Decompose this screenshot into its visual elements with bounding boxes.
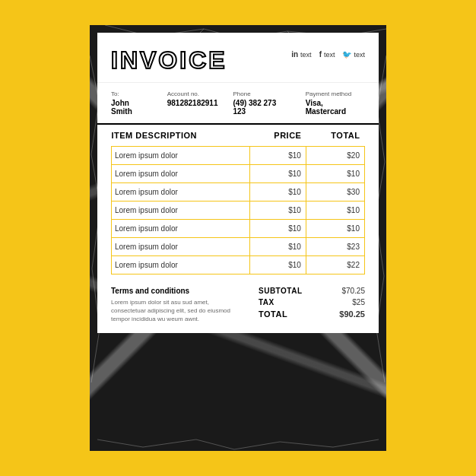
row-total: $10 xyxy=(306,165,364,183)
row-price: $10 xyxy=(250,183,306,202)
total-label: TOTAL xyxy=(259,309,287,319)
billing-info: To: John Smith Account no. 981282182911 … xyxy=(97,83,379,125)
row-total: $20 xyxy=(306,147,364,165)
row-price: $10 xyxy=(250,220,306,238)
billing-payment: Payment method Visa, Mastercard xyxy=(306,90,365,116)
tax-value: $25 xyxy=(352,298,365,306)
svg-line-13 xyxy=(280,442,333,447)
billing-to: To: John Smith xyxy=(111,90,152,116)
row-description: Lorem ipsum dolor xyxy=(112,147,250,165)
account-label: Account no. xyxy=(167,90,218,97)
total-value: $90.25 xyxy=(339,309,365,319)
row-price: $10 xyxy=(250,147,306,165)
table-header-row: ITEM DESCRIPTION PRICE TOTAL xyxy=(112,125,365,147)
phone-label: Phone xyxy=(233,90,290,97)
billing-phone: Phone (49) 382 273 123 xyxy=(233,90,290,116)
terms-text: Lorem ipsum dolor sit asu sud amet, cons… xyxy=(111,298,233,324)
row-total: $10 xyxy=(306,202,364,220)
col-price: PRICE xyxy=(250,125,306,147)
payment-label: Payment method xyxy=(306,90,365,97)
table-row: Lorem ipsum dolor $10 $23 xyxy=(112,238,365,256)
svg-line-9 xyxy=(97,440,143,447)
subtotal-row: SUBTOTAL $70.25 xyxy=(259,287,365,295)
phone-value: (49) 382 273 123 xyxy=(233,99,290,116)
items-table: ITEM DESCRIPTION PRICE TOTAL Lorem ipsum… xyxy=(111,125,365,274)
table-row: Lorem ipsum dolor $10 $22 xyxy=(112,256,365,274)
row-description: Lorem ipsum dolor xyxy=(112,202,250,220)
svg-line-26 xyxy=(376,329,385,382)
table-row: Lorem ipsum dolor $10 $20 xyxy=(112,147,365,165)
row-description: Lorem ipsum dolor xyxy=(112,238,250,256)
account-value: 981282182911 xyxy=(167,99,218,107)
svg-line-12 xyxy=(234,442,280,449)
linkedin-label: text xyxy=(300,51,312,59)
row-description: Lorem ipsum dolor xyxy=(112,183,250,202)
row-description: Lorem ipsum dolor xyxy=(112,256,250,274)
grand-total-row: TOTAL $90.25 xyxy=(259,309,365,319)
tax-label: TAX xyxy=(259,298,274,306)
row-price: $10 xyxy=(250,238,306,256)
payment-value: Visa, Mastercard xyxy=(306,99,365,116)
totals-section: SUBTOTAL $70.25 TAX $25 TOTAL $90.25 xyxy=(259,287,365,319)
terms-section: Terms and conditions Lorem ipsum dolor s… xyxy=(111,287,233,324)
tax-row: TAX $25 xyxy=(259,298,365,306)
subtotal-value: $70.25 xyxy=(341,287,365,295)
svg-line-20 xyxy=(91,329,100,382)
table-row: Lorem ipsum dolor $10 $30 xyxy=(112,183,365,202)
linkedin-link[interactable]: in text xyxy=(291,50,311,59)
invoice-paper: INVOICE in text f text 🐦 text To: xyxy=(97,33,379,333)
twitter-link[interactable]: 🐦 text xyxy=(342,50,365,59)
col-total: TOTAL xyxy=(306,125,364,147)
footer-section: Terms and conditions Lorem ipsum dolor s… xyxy=(97,278,379,333)
svg-line-10 xyxy=(143,440,196,447)
twitter-label: text xyxy=(354,51,365,59)
row-price: $10 xyxy=(250,165,306,183)
table-row: Lorem ipsum dolor $10 $10 xyxy=(112,165,365,183)
col-description: ITEM DESCRIPTION xyxy=(112,125,250,147)
svg-line-11 xyxy=(196,440,234,449)
facebook-link[interactable]: f text xyxy=(319,50,335,59)
billing-account: Account no. 981282182911 xyxy=(167,90,218,116)
row-description: Lorem ipsum dolor xyxy=(112,165,250,183)
row-total: $22 xyxy=(306,256,364,274)
svg-line-14 xyxy=(333,440,379,447)
facebook-label: text xyxy=(324,51,335,59)
invoice-title: INVOICE xyxy=(111,46,227,75)
row-total: $23 xyxy=(306,238,364,256)
row-total: $10 xyxy=(306,220,364,238)
items-table-container: ITEM DESCRIPTION PRICE TOTAL Lorem ipsum… xyxy=(97,125,379,274)
row-description: Lorem ipsum dolor xyxy=(112,220,250,238)
subtotal-label: SUBTOTAL xyxy=(259,287,303,295)
invoice-header: INVOICE in text f text 🐦 text xyxy=(97,33,379,83)
facebook-icon: f xyxy=(319,50,322,59)
terms-title: Terms and conditions xyxy=(111,287,233,295)
to-value: John Smith xyxy=(111,99,152,116)
invoice-wrapper: INVOICE in text f text 🐦 text To: xyxy=(90,25,386,451)
table-row: Lorem ipsum dolor $10 $10 xyxy=(112,220,365,238)
row-price: $10 xyxy=(250,202,306,220)
row-price: $10 xyxy=(250,256,306,274)
twitter-icon: 🐦 xyxy=(342,50,351,59)
table-row: Lorem ipsum dolor $10 $10 xyxy=(112,202,365,220)
to-label: To: xyxy=(111,90,152,97)
social-links: in text f text 🐦 text xyxy=(291,50,365,59)
linkedin-icon: in xyxy=(291,50,298,59)
row-total: $30 xyxy=(306,183,364,202)
